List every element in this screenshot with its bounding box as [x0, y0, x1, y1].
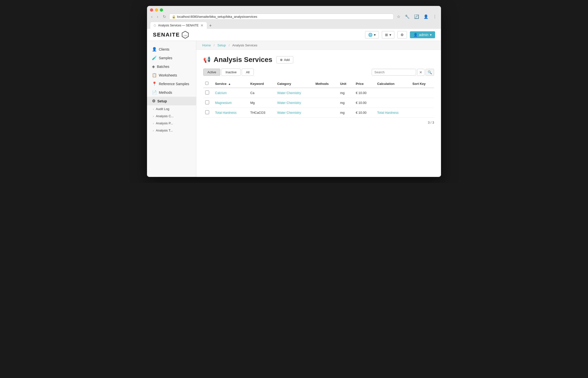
grid-icon: ⊞: [385, 33, 388, 37]
row-checkbox-0[interactable]: [205, 91, 209, 94]
search-input[interactable]: [372, 69, 416, 76]
admin-label: admin: [419, 33, 428, 37]
column-header-unit: Unit: [337, 80, 353, 88]
tab-close-button[interactable]: ✕: [201, 23, 203, 27]
sidebar-label-worksheets: Worksheets: [159, 73, 177, 77]
chevron-analysis-c-icon: ›: [153, 115, 154, 118]
analysis-services-table: Service ▲ Keyword Category: [203, 80, 434, 118]
unit-cell-1: mg: [337, 98, 353, 108]
add-button[interactable]: ⊕ Add: [276, 56, 293, 63]
unit-cell-0: mg: [337, 88, 353, 98]
search-go-button[interactable]: 🔍: [425, 69, 434, 76]
extension-btn-2[interactable]: 🔄: [413, 14, 420, 19]
select-all-checkbox[interactable]: [205, 82, 208, 85]
forward-button[interactable]: ›: [156, 14, 159, 19]
search-area: ✕ 🔍: [372, 69, 434, 76]
breadcrumb: Home / Setup / Analysis Services: [196, 41, 441, 50]
column-header-price: Price: [353, 80, 374, 88]
breadcrumb-sep-1: /: [214, 43, 215, 47]
sidebar-label-clients: Clients: [159, 47, 169, 51]
column-price-label: Price: [356, 82, 364, 86]
search-clear-button[interactable]: ✕: [417, 69, 424, 76]
row-checkbox-2[interactable]: [205, 110, 209, 114]
category-link-0[interactable]: Water Chemistry: [277, 91, 301, 95]
keyword-cell-0: Ca: [247, 88, 274, 98]
keyword-cell-2: THCaCO3: [247, 108, 274, 118]
breadcrumb-current: Analysis Services: [232, 43, 257, 47]
methods-cell-0: [312, 88, 337, 98]
column-sortkey-label: Sort Key: [412, 82, 425, 86]
add-icon: ⊕: [280, 58, 283, 62]
globe-button[interactable]: 🌐 ▾: [365, 31, 379, 38]
sidebar-sub-analysis-t[interactable]: › Analysis T...: [147, 127, 196, 134]
page-title-text: Analysis Services: [214, 56, 272, 64]
row-checkbox-1[interactable]: [205, 100, 209, 104]
column-methods-label: Methods: [315, 82, 329, 86]
pagination-text: 3 / 3: [428, 121, 434, 124]
column-header-sortkey: Sort Key: [409, 80, 434, 88]
sidebar-item-methods[interactable]: 📄 Methods: [147, 88, 196, 97]
sidebar-sub-analysis-c[interactable]: › Analysis C...: [147, 113, 196, 120]
sidebar-item-samples[interactable]: 🧪 Samples: [147, 54, 196, 62]
column-header-methods: Methods: [312, 80, 337, 88]
column-keyword-label: Keyword: [250, 82, 264, 86]
service-link-0[interactable]: Calcium: [215, 91, 227, 95]
new-tab-button[interactable]: +: [207, 22, 214, 29]
sidebar-item-batches[interactable]: ◈ Batches: [147, 62, 196, 71]
breadcrumb-setup-link[interactable]: Setup: [218, 43, 226, 47]
sidebar-label-samples: Samples: [159, 56, 172, 60]
service-link-1[interactable]: Magnesium: [215, 101, 232, 105]
close-btn[interactable]: [150, 8, 153, 12]
sidebar-item-worksheets[interactable]: 📋 Worksheets: [147, 71, 196, 79]
filter-tab-all[interactable]: All: [242, 69, 254, 76]
column-header-calculation: Calculation: [374, 80, 409, 88]
column-calculation-label: Calculation: [377, 82, 394, 86]
active-tab[interactable]: ⬡ Analysis Services — SENAITE ✕: [150, 22, 207, 29]
column-header-service[interactable]: Service ▲: [212, 80, 247, 88]
category-link-2[interactable]: Water Chemistry: [277, 111, 301, 114]
browser-chrome: ‹ › ↻ 🔒 localhost:8080/senaite/bika_setu…: [147, 6, 441, 29]
sidebar-sub-analysis-p[interactable]: › Analysis P...: [147, 120, 196, 127]
sidebar-sub-audit-log[interactable]: › Audit Log: [147, 105, 196, 113]
bookmark-button[interactable]: ☆: [396, 14, 402, 19]
reference-samples-icon: 📍: [152, 81, 157, 86]
batches-icon: ◈: [152, 64, 155, 69]
sortkey-cell-2: [409, 108, 434, 118]
filter-tab-inactive[interactable]: Inactive: [221, 69, 241, 76]
admin-button[interactable]: 👤 admin ▾: [410, 31, 435, 38]
filter-tab-active[interactable]: Active: [203, 69, 220, 76]
more-btn[interactable]: ⋮: [432, 14, 438, 19]
table-row: Total HardnessTHCaCO3Water Chemistrymg€ …: [203, 108, 434, 118]
category-link-1[interactable]: Water Chemistry: [277, 101, 301, 105]
price-cell-0: € 10.00: [353, 88, 374, 98]
breadcrumb-home-link[interactable]: Home: [202, 43, 211, 47]
minimize-btn[interactable]: [155, 8, 158, 12]
sidebar-sub-label-analysis-c: Analysis C...: [156, 114, 174, 118]
settings-button[interactable]: ⚙: [397, 31, 407, 38]
sidebar-label-batches: Batches: [157, 65, 169, 69]
sidebar-item-setup[interactable]: ⚙ Setup: [147, 97, 196, 105]
grid-button[interactable]: ⊞ ▾: [382, 31, 394, 38]
calculation-link-2[interactable]: Total Hardness: [377, 111, 399, 114]
service-link-2[interactable]: Total Hardness: [215, 111, 237, 114]
address-bar[interactable]: 🔒 localhost:8080/senaite/bika_setup/bika…: [169, 14, 394, 20]
breadcrumb-sep-2: /: [229, 43, 230, 47]
globe-icon: 🌐: [368, 33, 372, 37]
table-header-row: Service ▲ Keyword Category: [203, 80, 434, 88]
column-unit-label: Unit: [340, 82, 346, 86]
sidebar-item-reference-samples[interactable]: 📍 Reference Samples: [147, 79, 196, 88]
extension-btn-1[interactable]: 🔧: [404, 14, 411, 19]
tab-bar: ⬡ Analysis Services — SENAITE ✕ +: [150, 22, 438, 29]
sidebar-item-clients[interactable]: 👤 Clients: [147, 45, 196, 54]
logo-area: SENAITE LIMS: [153, 31, 189, 39]
lock-icon: 🔒: [172, 15, 176, 19]
profile-btn[interactable]: 👤: [422, 14, 430, 19]
reload-button[interactable]: ↻: [162, 14, 167, 19]
app-container: SENAITE LIMS 🌐 ▾ ⊞ ▾ ⚙ 👤 admin ▾: [147, 29, 441, 177]
select-all-header: [203, 80, 212, 88]
main-layout: 👤 Clients 🧪 Samples ◈ Batches 📋 Workshee…: [147, 41, 441, 177]
calculation-cell-1: [374, 98, 409, 108]
maximize-btn[interactable]: [160, 8, 163, 12]
back-button[interactable]: ‹: [150, 14, 154, 19]
browser-traffic-lights: [150, 8, 438, 12]
